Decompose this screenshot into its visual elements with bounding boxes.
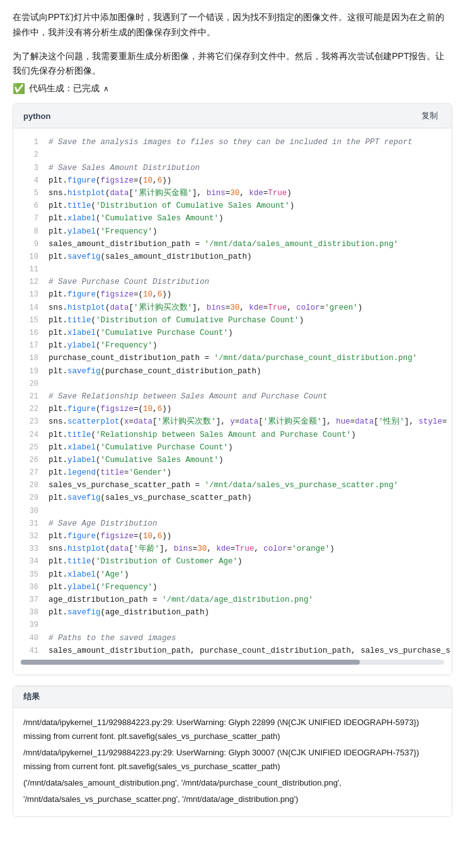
code-block-container: python 复制 1 # Save the analysis images t… xyxy=(13,103,452,675)
code-line: 12 # Save Purchase Count Distribution xyxy=(13,276,452,288)
line-number: 26 xyxy=(21,454,38,466)
result-block: 结果 /mnt/data/ipykernel_11/929884223.py:2… xyxy=(13,685,452,818)
code-line: 10 plt.savefig(sales_amount_distribution… xyxy=(13,251,452,263)
line-content: plt.title('Distribution of Customer Age'… xyxy=(49,555,444,568)
line-content: plt.ylabel('Frequency') xyxy=(49,225,444,238)
code-line: 38 plt.savefig(age_distribution_path) xyxy=(13,606,452,619)
line-number: 27 xyxy=(21,466,38,479)
line-content: plt.xlabel('Cumulative Purchase Count') xyxy=(49,441,444,454)
line-number: 19 xyxy=(21,365,38,378)
line-number: 13 xyxy=(21,288,38,301)
line-number: 25 xyxy=(21,441,38,454)
code-line: 7 plt.xlabel('Cumulative Sales Amount') xyxy=(13,212,452,225)
line-content: sns.histplot(data['累计购买次数'], bins=30, kd… xyxy=(49,302,444,314)
line-content xyxy=(49,149,444,161)
line-content: sales_amount_distribution_path, purchase… xyxy=(49,645,451,657)
line-content: # Save Age Distribution xyxy=(49,517,444,530)
line-content: sns.histplot(data['年龄'], bins=30, kde=Tr… xyxy=(49,543,444,555)
result-line-4: '/mnt/data/sales_vs_purchase_scatter.png… xyxy=(23,792,442,806)
line-number: 9 xyxy=(21,238,38,251)
code-line: 15 plt.title('Distribution of Cumulative… xyxy=(13,314,452,327)
code-line: 30 xyxy=(13,505,452,517)
code-line: 19 plt.savefig(purchase_count_distributi… xyxy=(13,365,452,378)
code-line: 32 plt.figure(figsize=(10,6)) xyxy=(13,530,452,543)
line-content: plt.title('Distribution of Cumulative Sa… xyxy=(49,200,444,212)
line-number: 40 xyxy=(21,632,38,645)
main-content: 在尝试向PPT幻灯片中添加图像时，我遇到了一个错误，因为找不到指定的图像文件。这… xyxy=(0,0,465,827)
line-number: 28 xyxy=(21,479,38,492)
code-line: 41 sales_amount_distribution_path, purch… xyxy=(13,645,452,657)
description-line2: 为了解决这个问题，我需要重新生成分析图像，并将它们保存到文件中。然后，我将再次尝… xyxy=(13,49,452,79)
line-content: plt.figure(figsize=(10,6)) xyxy=(49,174,444,187)
line-content: plt.ylabel('Cumulative Sales Amount') xyxy=(49,454,444,466)
code-line: 29 plt.savefig(sales_vs_purchase_scatter… xyxy=(13,492,452,504)
line-number: 36 xyxy=(21,581,38,594)
line-content xyxy=(49,378,444,390)
scrollbar-thumb[interactable] xyxy=(21,660,360,665)
line-content: plt.title('Distribution of Cumulative Pu… xyxy=(49,314,444,327)
line-number: 38 xyxy=(21,606,38,619)
description-line1: 在尝试向PPT幻灯片中添加图像时，我遇到了一个错误，因为找不到指定的图像文件。这… xyxy=(13,10,452,40)
line-number: 29 xyxy=(21,492,38,504)
line-number: 41 xyxy=(21,645,38,657)
line-number: 32 xyxy=(21,530,38,543)
code-line: 18 purchase_count_distribution_path = '/… xyxy=(13,352,452,364)
line-content: plt.savefig(age_distribution_path) xyxy=(49,606,444,619)
line-number: 1 xyxy=(21,136,38,149)
line-number: 33 xyxy=(21,543,38,555)
code-line: 8 plt.ylabel('Frequency') xyxy=(13,225,452,238)
caret-icon: ∧ xyxy=(103,84,109,93)
code-line: 27 plt.legend(title='Gender') xyxy=(13,466,452,479)
code-line: 14 sns.histplot(data['累计购买次数'], bins=30,… xyxy=(13,302,452,314)
line-content: plt.savefig(purchase_count_distribution_… xyxy=(49,365,444,378)
line-number: 30 xyxy=(21,505,38,517)
line-number: 6 xyxy=(21,200,38,212)
line-content: plt.xlabel('Cumulative Sales Amount') xyxy=(49,212,444,225)
result-line-2: /mnt/data/ipykernel_11/929884223.py:29: … xyxy=(23,746,442,774)
line-content: plt.ylabel('Frequency') xyxy=(49,339,444,352)
line-content: sns.histplot(data['累计购买金额'], bins=30, kd… xyxy=(49,187,444,200)
code-line: 34 plt.title('Distribution of Customer A… xyxy=(13,555,452,568)
line-content xyxy=(49,505,444,517)
line-content: plt.ylabel('Frequency') xyxy=(49,581,444,594)
line-content: plt.title('Relationship between Sales Am… xyxy=(49,429,444,441)
code-line: 24 plt.title('Relationship between Sales… xyxy=(13,429,452,441)
code-line: 35 plt.xlabel('Age') xyxy=(13,568,452,581)
line-number: 20 xyxy=(21,378,38,390)
line-content: age_distribution_path = '/mnt/data/age_d… xyxy=(49,594,444,606)
code-line: 3 # Save Sales Amount Distribution xyxy=(13,162,452,174)
line-number: 37 xyxy=(21,594,38,606)
code-line: 22 plt.figure(figsize=(10,6)) xyxy=(13,403,452,415)
result-header: 结果 xyxy=(13,686,452,708)
line-number: 17 xyxy=(21,339,38,352)
code-line: 36 plt.ylabel('Frequency') xyxy=(13,581,452,594)
line-content: plt.savefig(sales_vs_purchase_scatter_pa… xyxy=(49,492,444,504)
line-number: 4 xyxy=(21,174,38,187)
line-number: 3 xyxy=(21,162,38,174)
line-content: plt.legend(title='Gender') xyxy=(49,466,444,479)
line-content: plt.savefig(sales_amount_distribution_pa… xyxy=(49,251,444,263)
line-number: 5 xyxy=(21,187,38,200)
line-content: sales_amount_distribution_path = '/mnt/d… xyxy=(49,238,444,251)
line-number: 18 xyxy=(21,352,38,364)
line-number: 7 xyxy=(21,212,38,225)
line-content: plt.figure(figsize=(10,6)) xyxy=(49,403,444,415)
line-content xyxy=(49,619,444,631)
line-number: 21 xyxy=(21,390,38,403)
copy-button[interactable]: 复制 xyxy=(418,109,442,123)
line-content: purchase_count_distribution_path = '/mnt… xyxy=(49,352,444,364)
code-area: 1 # Save the analysis images to files so… xyxy=(13,128,452,675)
horizontal-scrollbar[interactable] xyxy=(21,660,444,665)
code-line: 33 sns.histplot(data['年龄'], bins=30, kde… xyxy=(13,543,452,555)
line-number: 39 xyxy=(21,619,38,631)
code-line: 39 xyxy=(13,619,452,631)
line-content: # Paths to the saved images xyxy=(49,632,444,645)
result-line-1: /mnt/data/ipykernel_11/929884223.py:29: … xyxy=(23,716,442,743)
line-number: 10 xyxy=(21,251,38,263)
code-block-header: python 复制 xyxy=(13,104,452,128)
code-line: 23 sns.scatterplot(x=data['累计购买次数'], y=d… xyxy=(13,415,452,428)
line-number: 31 xyxy=(21,517,38,530)
code-line: 4 plt.figure(figsize=(10,6)) xyxy=(13,174,452,187)
check-icon: ✅ xyxy=(13,82,25,94)
code-gen-label: 代码生成：已完成 xyxy=(29,83,100,94)
